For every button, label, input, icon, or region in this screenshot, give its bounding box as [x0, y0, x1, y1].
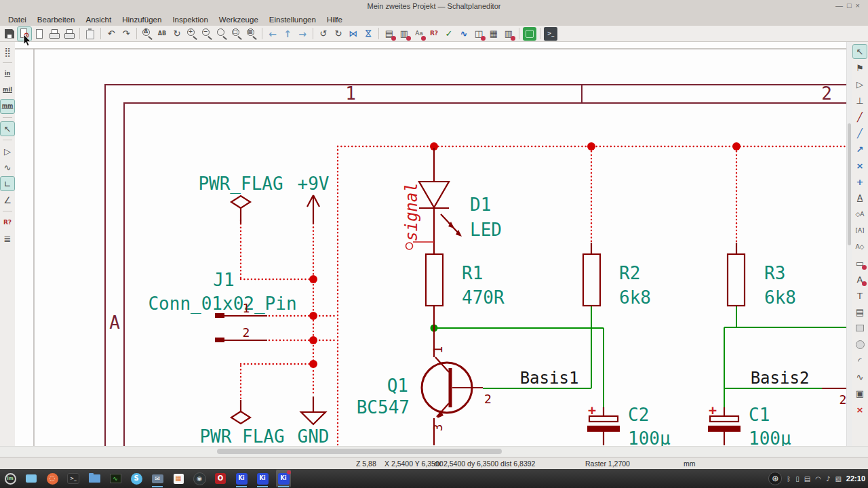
- hv-wire-button[interactable]: ∟: [1, 177, 14, 190]
- taskbar-opera[interactable]: O: [213, 470, 228, 487]
- hierarchical-label-tool[interactable]: A◇: [853, 240, 867, 253]
- plot-button[interactable]: [62, 27, 76, 41]
- rotate-ccw-button[interactable]: ↺: [317, 27, 330, 41]
- sheet-pin-tool[interactable]: A: [853, 272, 867, 286]
- window-controls[interactable]: —□×: [835, 1, 864, 9]
- find-button[interactable]: A: [140, 27, 154, 41]
- undo-button[interactable]: ↶: [104, 27, 118, 41]
- crosshair-cursor-button[interactable]: ↖: [1, 122, 14, 136]
- delete-tool[interactable]: ×: [853, 403, 867, 416]
- scrollbar-thumb[interactable]: [848, 123, 851, 245]
- console-button[interactable]: >_: [544, 27, 557, 41]
- annotate-button[interactable]: R?: [427, 27, 441, 41]
- netclass-directive-tool[interactable]: ◇A: [853, 207, 867, 221]
- assign-footprints-button[interactable]: ◫: [472, 27, 486, 41]
- find-replace-button[interactable]: AB: [155, 27, 169, 41]
- taskbar-browser[interactable]: ◉: [192, 470, 207, 487]
- menu-einstellungen[interactable]: Einstellungen: [264, 16, 321, 24]
- taskbar-kicad-3[interactable]: Ki: [276, 470, 291, 487]
- resistor-r3[interactable]: R3 6k8: [728, 243, 796, 308]
- free-angle-wire-button[interactable]: ∿: [1, 161, 14, 174]
- textbox-tool[interactable]: ▤: [853, 305, 867, 319]
- taskbar-kicad-1[interactable]: Ki: [234, 470, 249, 487]
- taskbar-terminal[interactable]: >_: [66, 470, 81, 487]
- menu-datei[interactable]: Datei: [3, 16, 32, 24]
- zoom-fit-button[interactable]: [215, 27, 229, 41]
- menu-inspektion[interactable]: Inspektion: [167, 16, 213, 24]
- add-bus-tool[interactable]: ╱: [853, 126, 867, 140]
- polygon-tool[interactable]: ∿: [853, 370, 867, 384]
- menu-werkzeuge[interactable]: Werkzeuge: [214, 16, 264, 24]
- circle-tool[interactable]: [853, 338, 867, 351]
- taskbar-file-manager[interactable]: [87, 470, 102, 487]
- zoom-selection-button[interactable]: ▦: [245, 27, 258, 41]
- refresh-button[interactable]: ↻: [170, 27, 184, 41]
- net-label-signal[interactable]: signal: [402, 182, 434, 249]
- add-power-port-tool[interactable]: ⊥: [853, 94, 867, 107]
- grid-toggle-button[interactable]: ⣿: [1, 45, 14, 58]
- zoom-out-button[interactable]: −: [200, 27, 214, 41]
- nav-back-button[interactable]: ←: [266, 27, 279, 41]
- net-label-basis1[interactable]: Basis1: [520, 369, 579, 388]
- edit-text-graphics-button[interactable]: Aa: [412, 27, 426, 41]
- menu-bearbeiten[interactable]: Bearbeiten: [32, 16, 81, 24]
- highlight-net-tool[interactable]: ⚑: [853, 61, 867, 75]
- bom-button[interactable]: ▦: [487, 27, 500, 41]
- menu-hinzufuegen[interactable]: Hinzufügen: [117, 16, 167, 24]
- gnd-symbol[interactable]: GND: [298, 396, 330, 446]
- paste-button[interactable]: [83, 27, 97, 41]
- zoom-in-button[interactable]: +: [185, 27, 199, 41]
- rotate-cw-button[interactable]: ↻: [332, 27, 345, 41]
- hierarchical-sheet-tool[interactable]: ▭: [853, 256, 867, 270]
- tray-printer-icon[interactable]: ▤: [804, 475, 810, 483]
- junction-tool[interactable]: +: [853, 175, 867, 188]
- tray-package-icon[interactable]: ▯: [795, 475, 800, 483]
- maximize-icon[interactable]: □: [847, 1, 856, 9]
- mirror-v-button[interactable]: ⋈: [361, 27, 375, 41]
- clock[interactable]: 22:10: [846, 474, 865, 483]
- arc-tool[interactable]: ◜: [853, 354, 867, 367]
- menu-hilfe[interactable]: Hilfe: [321, 16, 348, 24]
- save-button[interactable]: [3, 27, 16, 41]
- global-label-tool[interactable]: [A]: [853, 224, 867, 237]
- signal-wires[interactable]: [431, 306, 847, 407]
- text-tool[interactable]: T: [853, 289, 867, 302]
- edit-symbol-fields-button[interactable]: ▤: [382, 27, 396, 41]
- schematic-canvas[interactable]: 1 2 A: [15, 42, 852, 446]
- image-tool[interactable]: ▣: [853, 386, 867, 400]
- scrollbar-thumb[interactable]: [217, 449, 502, 454]
- symbol-library-button[interactable]: ▥: [397, 27, 411, 41]
- unit-mm-button[interactable]: mm: [1, 100, 14, 113]
- power-symbol-9v[interactable]: +9V: [298, 174, 330, 224]
- power-flag-top[interactable]: PWR_FLAG: [198, 174, 283, 224]
- print-button[interactable]: [47, 27, 61, 41]
- resistor-r2[interactable]: R2 6k8: [583, 243, 651, 308]
- net-label-tool[interactable]: A: [853, 191, 867, 205]
- unit-mil-button[interactable]: mil: [1, 83, 14, 97]
- select-tool[interactable]: ↖: [853, 45, 867, 58]
- minimize-icon[interactable]: —: [835, 1, 847, 9]
- redo-button[interactable]: ↷: [119, 27, 133, 41]
- taskbar-orange-app[interactable]: ◌: [45, 470, 60, 487]
- no-connect-tool[interactable]: ×: [853, 159, 867, 172]
- tray-bluetooth-icon[interactable]: ᛒ: [787, 475, 791, 483]
- transistor-q1[interactable]: Q1 BC547 1 2 3: [357, 328, 492, 445]
- taskbar-system-monitor[interactable]: ∿: [108, 470, 123, 487]
- pcb-editor-button[interactable]: [523, 27, 536, 41]
- new-sheet-button[interactable]: [33, 27, 46, 41]
- nav-forward-button[interactable]: →: [296, 27, 309, 41]
- menu-ansicht[interactable]: Ansicht: [80, 16, 117, 24]
- add-symbol-tool[interactable]: ▷: [853, 77, 867, 91]
- tray-obs-icon[interactable]: ⊛: [768, 472, 782, 485]
- connector-j1[interactable]: J1 Conn_01x02_Pin 1 2: [148, 270, 296, 342]
- mirror-h-button[interactable]: ⋈: [347, 27, 360, 41]
- zoom-page-button[interactable]: □: [230, 27, 243, 41]
- power-flag-bottom[interactable]: PWR_FLAG: [199, 400, 284, 446]
- simulator-button[interactable]: ∿: [457, 27, 471, 41]
- wire-45-button[interactable]: ∠: [1, 193, 14, 207]
- transistor-q2-base-pin[interactable]: 2: [822, 388, 847, 407]
- capacitor-c1[interactable]: + C1 100µ: [708, 402, 791, 446]
- led-d1[interactable]: D1 LED: [419, 148, 502, 254]
- add-wire-tool[interactable]: ╱: [853, 110, 867, 123]
- net-label-basis2[interactable]: Basis2: [751, 369, 810, 388]
